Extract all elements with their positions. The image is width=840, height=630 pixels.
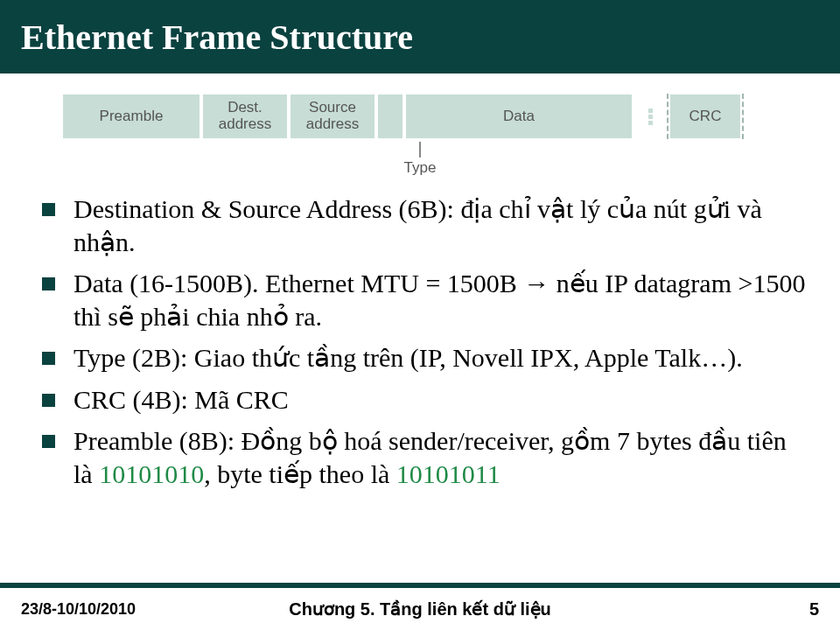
bullet-item: Destination & Source Address (6B): địa c…: [35, 192, 808, 258]
binary-value: 10101011: [396, 459, 500, 488]
slide: Ethernet Frame Structure Preamble Dest. …: [0, 0, 840, 630]
bullet-text: , byte tiếp theo là: [204, 459, 396, 488]
bullet-item: Preamble (8B): Đồng bộ hoá sender/receiv…: [35, 424, 808, 490]
footer: 23/8-10/10/2010 Chương 5. Tầng liên kết …: [0, 588, 840, 630]
arrow-icon: →: [523, 269, 550, 298]
field-crc: CRC: [668, 93, 742, 140]
field-type: [376, 93, 404, 140]
title-bar: Ethernet Frame Structure: [0, 0, 840, 74]
field-dest-address: Dest. address: [201, 93, 289, 140]
field-preamble: Preamble: [61, 93, 201, 140]
content-area: Destination & Source Address (6B): địa c…: [0, 140, 840, 490]
ellipsis-icon: [637, 93, 663, 140]
footer-page: 5: [809, 599, 819, 620]
bullet-item: Data (16-1500B). Ethernet MTU = 1500B → …: [35, 267, 808, 332]
crc-wrap: CRC: [667, 93, 744, 140]
binary-value: 10101010: [99, 459, 204, 488]
frame-diagram: Preamble Dest. address Source address Da…: [61, 93, 779, 140]
field-source-address: Source address: [289, 93, 376, 140]
bullet-item: Type (2B): Giao thức tầng trên (IP, Nove…: [35, 341, 808, 374]
footer-date: 23/8-10/10/2010: [21, 600, 136, 619]
type-label: Type: [394, 159, 446, 177]
bullet-text: Data (16-1500B). Ethernet MTU = 1500B: [74, 269, 523, 298]
bullet-list: Destination & Source Address (6B): địa c…: [35, 192, 808, 490]
bullet-item: CRC (4B): Mã CRC: [35, 383, 808, 416]
field-data: Data: [404, 93, 634, 140]
callout-tick: [419, 142, 421, 158]
slide-title: Ethernet Frame Structure: [21, 17, 413, 58]
dashed-divider: [742, 94, 744, 139]
type-callout: Type: [394, 142, 446, 177]
